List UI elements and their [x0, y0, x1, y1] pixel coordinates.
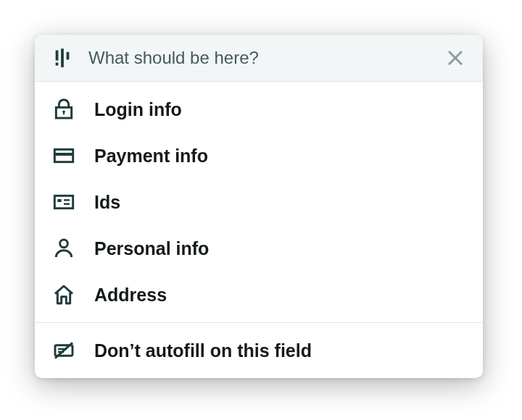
close-icon — [445, 48, 465, 68]
footer-list: Don’t autofill on this field — [35, 323, 483, 378]
svg-rect-10 — [57, 199, 61, 202]
svg-rect-6 — [63, 112, 65, 114]
popup-title: What should be here? — [88, 48, 445, 68]
close-button[interactable] — [445, 48, 465, 68]
popup-header: What should be here? — [35, 35, 483, 82]
suggestion-list: Login info Payment info Ids — [35, 82, 483, 322]
item-dont-autofill[interactable]: Don’t autofill on this field — [35, 327, 483, 374]
svg-rect-2 — [61, 49, 64, 67]
dashlane-logo-icon — [52, 48, 72, 68]
person-icon — [52, 237, 75, 260]
lock-icon — [52, 98, 75, 121]
autofill-suggestion-popup: What should be here? Login info — [35, 35, 483, 378]
svg-point-13 — [60, 240, 68, 248]
svg-rect-3 — [67, 52, 70, 60]
item-personal-info[interactable]: Personal info — [35, 225, 483, 272]
item-label: Don’t autofill on this field — [94, 340, 312, 361]
item-label: Payment info — [94, 146, 208, 167]
svg-rect-8 — [54, 153, 72, 156]
svg-rect-1 — [56, 62, 59, 65]
item-label: Personal info — [94, 238, 209, 259]
item-label: Address — [94, 285, 167, 306]
no-autofill-icon — [52, 339, 75, 362]
svg-rect-0 — [56, 51, 59, 61]
id-card-icon — [52, 190, 75, 214]
credit-card-icon — [52, 144, 75, 167]
item-ids[interactable]: Ids — [35, 179, 483, 225]
home-icon — [52, 283, 75, 306]
item-label: Login info — [94, 99, 182, 120]
item-payment-info[interactable]: Payment info — [35, 133, 483, 179]
item-address[interactable]: Address — [35, 272, 483, 318]
item-login-info[interactable]: Login info — [35, 86, 483, 133]
item-label: Ids — [94, 192, 120, 213]
svg-rect-9 — [54, 196, 72, 208]
